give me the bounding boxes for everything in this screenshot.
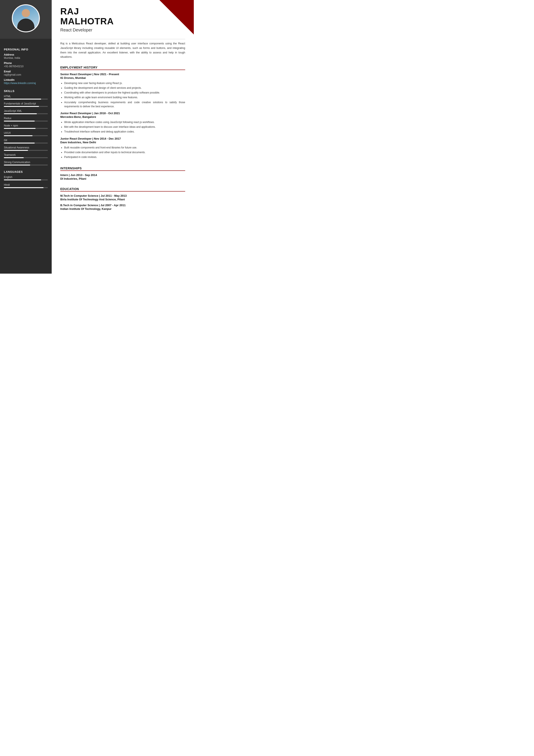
internships-list: Intern | Jun 2013 - Sep 2014 DI Industri…	[60, 174, 185, 180]
skill-bar-bg	[4, 128, 48, 129]
main-content: RAJ MALHOTRA React Developer Raj is a Me…	[52, 0, 194, 274]
skill-bar-fill	[4, 128, 36, 129]
education-entry: B.Tech in Computer Science | Jul 2007 - …	[60, 203, 185, 210]
name-line2: MALHOTRA	[60, 16, 114, 26]
skill-bar-fill	[4, 135, 33, 136]
email-value: raj@gmail.com	[4, 73, 48, 76]
lang-bar-bg	[4, 187, 48, 188]
education-list: M.Tech in Computer Science | Jul 2011 - …	[60, 194, 185, 210]
skill-item: HTML	[4, 95, 48, 99]
skill-bar-fill	[4, 106, 39, 107]
internships-section-title: INTERNSHIPS	[60, 167, 185, 170]
skill-bar-fill	[4, 165, 30, 166]
skill-name: UI/UX	[4, 131, 48, 134]
linkedin-item: LinkedIn https://www.linkedin.com/raj	[4, 78, 48, 85]
skill-item: UI/UX	[4, 131, 48, 136]
skill-bar-fill	[4, 113, 37, 114]
sidebar: PERSONAL INFO Address Mumbai, India Phon…	[0, 0, 52, 274]
bullet-item: Provided code documentation and other in…	[64, 150, 185, 154]
skill-name: Git	[4, 139, 48, 142]
bullet-item: Guiding the development and design of cl…	[64, 86, 185, 90]
phone-item: Phone +91-9876543210	[4, 62, 48, 68]
linkedin-label: LinkedIn	[4, 78, 48, 81]
bullet-item: Developing new user facing-feature using…	[64, 81, 185, 85]
bullet-item: Participated in code reviews.	[64, 155, 185, 159]
summary-text: Raj is a Meticulous React developer, ski…	[52, 41, 194, 64]
employment-section-title: EMPLOYMENT HISTORY	[60, 66, 185, 69]
employment-section: EMPLOYMENT HISTORY Senior React Develope…	[52, 64, 194, 164]
lang-item: Hindi	[4, 183, 48, 188]
skill-bar-fill	[4, 150, 28, 151]
lang-name: Hindi	[4, 183, 48, 186]
skill-name: Node + npm	[4, 124, 48, 127]
email-label: Email	[4, 70, 48, 73]
skill-bar-bg	[4, 143, 48, 144]
internships-section: INTERNSHIPS Intern | Jun 2013 - Sep 2014…	[52, 164, 194, 185]
job-entry: Senior React Developer | Nov 2021 - Pres…	[60, 73, 185, 109]
internship-entry: Intern | Jun 2013 - Sep 2014 DI Industri…	[60, 174, 185, 180]
skill-bar-fill	[4, 121, 35, 122]
job-company: IG Drones, Mumbai	[60, 76, 185, 79]
email-item: Email raj@gmail.com	[4, 70, 48, 76]
bullet-item: Met with the development team to discuss…	[64, 125, 185, 129]
education-entry: M.Tech in Computer Science | Jul 2011 - …	[60, 194, 185, 201]
bullet-item: Troubleshoot interface software and debu…	[64, 130, 185, 134]
languages-list: English Hindi	[4, 176, 48, 188]
education-underline	[60, 191, 185, 192]
personal-info-title: PERSONAL INFO	[4, 48, 48, 51]
header-divider	[60, 39, 185, 39]
job-bullets: Developing new user facing-feature using…	[60, 81, 185, 109]
phone-label: Phone	[4, 62, 48, 65]
skill-bar-bg	[4, 135, 48, 136]
skill-item: Fundamentals of JavaScript	[4, 102, 48, 107]
skill-bar-bg	[4, 106, 48, 107]
candidate-name: RAJ MALHOTRA	[60, 7, 185, 26]
address-label: Address	[4, 53, 48, 56]
intern-title: Intern | Jun 2013 - Sep 2014	[60, 174, 185, 177]
address-value: Mumbai, India	[4, 56, 48, 60]
skill-bar-bg	[4, 113, 48, 114]
skills-list: HTML Fundamentals of JavaScript JavaScri…	[4, 95, 48, 166]
address-item: Address Mumbai, India	[4, 53, 48, 60]
skill-bar-bg	[4, 121, 48, 122]
job-bullets: Built reusable components and front-end …	[60, 146, 185, 159]
lang-bar-bg	[4, 179, 48, 180]
phone-value: +91-9876543210	[4, 65, 48, 68]
skill-name: Fundamentals of JavaScript	[4, 102, 48, 105]
name-line1: RAJ	[60, 6, 79, 16]
skill-bar-bg	[4, 165, 48, 166]
linkedin-link[interactable]: https://www.linkedin.com/raj	[4, 82, 36, 85]
skill-name: HTML	[4, 95, 48, 98]
skill-bar-fill	[4, 157, 24, 158]
lang-bar-fill	[4, 187, 43, 188]
edu-degree: M.Tech in Computer Science | Jul 2011 - …	[60, 194, 185, 197]
edu-degree: B.Tech in Computer Science | Jul 2007 - …	[60, 203, 185, 207]
job-title: Junior React Developer | Jan 2018 - Oct …	[60, 112, 185, 115]
skill-name: Teamwork	[4, 153, 48, 156]
edu-institution: Indian Institute Of Technology, Kanpur	[60, 207, 185, 210]
job-entry: Junior React Developer | Nov 2014 - Dec …	[60, 137, 185, 159]
profile-photo	[13, 5, 39, 32]
job-title: Junior React Developer | Nov 2014 - Dec …	[60, 137, 185, 140]
job-bullets: Wrote application interface codes using …	[60, 120, 185, 134]
skills-title: SKILLS	[4, 90, 48, 93]
skill-bar-bg	[4, 157, 48, 158]
photo-area	[0, 0, 52, 39]
skill-item: Teamwork	[4, 153, 48, 158]
bullet-item: Built reusable components and front-end …	[64, 146, 185, 150]
bullet-item: Working within an agile team environment…	[64, 95, 185, 99]
bullet-item: Coordinating with other developers to pr…	[64, 91, 185, 95]
education-section-title: EDUCATION	[60, 187, 185, 191]
skill-item: Redux	[4, 117, 48, 122]
skill-item: Git	[4, 139, 48, 144]
employment-underline	[60, 69, 185, 70]
skill-item: Situational Awareness	[4, 146, 48, 151]
sidebar-content: PERSONAL INFO Address Mumbai, India Phon…	[0, 39, 52, 195]
skill-name: Strong Communication	[4, 161, 48, 164]
job-company: Dave Industries, New Delhi	[60, 141, 185, 144]
job-title: Senior React Developer | Nov 2021 - Pres…	[60, 73, 185, 76]
intern-company: DI Industries, Pilani	[60, 177, 185, 180]
skill-bar-bg	[4, 150, 48, 151]
bullet-item: Accurately comprehending business requir…	[64, 100, 185, 109]
job-company: Mercedes-Benz, Bangalore	[60, 115, 185, 119]
